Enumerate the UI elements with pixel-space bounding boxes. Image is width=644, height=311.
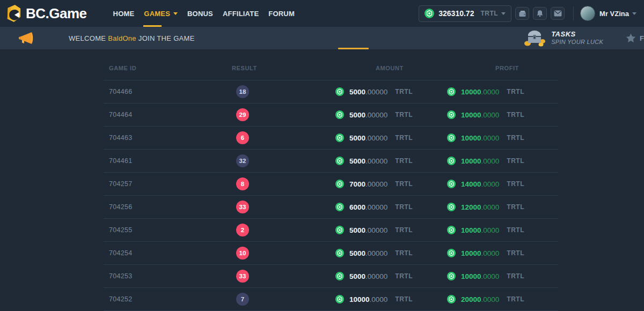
- nav-item-games[interactable]: GAMES: [139, 0, 182, 27]
- amount-currency: TRTL: [395, 88, 413, 95]
- trtl-coin-icon: [447, 272, 456, 280]
- nav-item-label: HOME: [113, 10, 135, 18]
- tasks-subtitle: SPIN YOUR LUCK: [551, 39, 603, 46]
- header-game-id: GAME ID: [104, 65, 224, 71]
- amount-currency: TRTL: [395, 180, 413, 188]
- table-row[interactable]: 704252 7 10000.0000 TRTL: [104, 288, 558, 311]
- trtl-coin-icon: [335, 157, 344, 165]
- table-row[interactable]: 704466 18 5000.00000 TRTL: [104, 80, 558, 103]
- profit-decimals: .0000: [481, 249, 500, 257]
- game-id-cell: 704463: [104, 134, 224, 142]
- table-row[interactable]: 704461 32 5000.00000 TRTL: [104, 150, 558, 173]
- trtl-coin-icon: [335, 295, 344, 303]
- trtl-coin-icon: [335, 134, 344, 142]
- profit-integer: 10000: [461, 111, 481, 119]
- trtl-coin-icon: [425, 9, 434, 18]
- amount-integer: 5000: [349, 272, 365, 280]
- messages-button[interactable]: [551, 7, 565, 20]
- amount-cell: 5000.00000 TRTL: [278, 249, 434, 257]
- nav-item-label: GAMES: [144, 10, 170, 18]
- result-cell: 33: [224, 201, 278, 213]
- amount-cell: 5000.00000 TRTL: [278, 157, 434, 165]
- main-content: GAME ID RESULT AMOUNT PROFIT 704466 18 5…: [0, 49, 644, 311]
- nav-item-affiliate[interactable]: AFFILIATE: [218, 0, 264, 27]
- wallet-icon: [518, 10, 526, 17]
- nav-item-home[interactable]: HOME: [108, 0, 140, 27]
- profit-cell: 20000.0000 TRTL: [434, 295, 558, 303]
- table-header-row: GAME ID RESULT AMOUNT PROFIT: [104, 56, 558, 80]
- trtl-coin-icon: [447, 87, 456, 96]
- amount-currency: TRTL: [395, 157, 413, 165]
- trtl-coin-icon: [335, 249, 344, 257]
- result-badge: 33: [236, 270, 249, 283]
- result-cell: 10: [224, 247, 278, 260]
- result-cell: 7: [224, 293, 278, 306]
- amount-integer: 5000: [349, 88, 365, 96]
- profit-integer: 10000: [461, 88, 481, 96]
- trtl-coin-icon: [447, 203, 456, 211]
- favorites-shortcut[interactable]: F: [626, 33, 644, 43]
- main-navigation: HOMEGAMESBONUSAFFILIATEFORUM: [108, 0, 299, 27]
- game-id-cell: 704466: [104, 88, 224, 95]
- table-row[interactable]: 704255 2 5000.00000 TRTL: [104, 219, 558, 242]
- nav-item-bonus[interactable]: BONUS: [182, 0, 218, 27]
- result-badge: 7: [236, 293, 249, 306]
- balance-selector[interactable]: 326310.72 TRTL: [419, 5, 511, 22]
- profit-decimals: .0000: [481, 157, 500, 165]
- profit-integer: 10000: [461, 226, 481, 234]
- trtl-coin-icon: [335, 272, 344, 280]
- profit-currency: TRTL: [507, 203, 524, 211]
- trtl-coin-icon: [335, 203, 344, 211]
- notifications-button[interactable]: [533, 7, 547, 20]
- trtl-coin-icon: [447, 249, 456, 257]
- header-result: RESULT: [224, 65, 278, 71]
- result-badge: 2: [236, 224, 249, 236]
- tasks-labels: TASKS SPIN YOUR LUCK: [551, 30, 603, 46]
- profit-cell: 12000.0000 TRTL: [434, 203, 558, 211]
- welcome-username[interactable]: BaldOne: [108, 34, 136, 42]
- trtl-coin-icon: [447, 110, 456, 119]
- profit-currency: TRTL: [507, 134, 524, 142]
- table-row[interactable]: 704253 33 5000.00000 TRTL: [104, 265, 558, 288]
- amount-integer: 5000: [349, 111, 365, 119]
- megaphone-icon: [18, 31, 34, 45]
- table-row[interactable]: 704257 8 7000.00000 TRTL: [104, 173, 558, 196]
- user-menu[interactable]: Mr VZina: [580, 6, 636, 21]
- treasure-chest-icon: [523, 29, 546, 47]
- table-row[interactable]: 704464 29 5000.00000 TRTL: [104, 103, 558, 127]
- amount-decimals: .00000: [365, 249, 387, 257]
- profit-integer: 10000: [461, 157, 481, 165]
- result-badge: 6: [236, 131, 249, 144]
- result-cell: 6: [224, 131, 278, 144]
- wallet-button[interactable]: [515, 7, 529, 20]
- result-cell: 29: [224, 108, 278, 121]
- game-id-cell: 704254: [104, 249, 224, 257]
- profit-currency: TRTL: [507, 88, 524, 95]
- trtl-coin-icon: [447, 134, 456, 142]
- profit-decimals: .0000: [481, 226, 500, 234]
- amount-decimals: .00000: [365, 157, 387, 165]
- profit-decimals: .0000: [481, 111, 500, 119]
- table-row[interactable]: 704256 33 6000.00000 TRTL: [104, 196, 558, 219]
- profit-currency: TRTL: [507, 226, 524, 234]
- amount-decimals: .00000: [365, 111, 387, 119]
- tasks-shortcut[interactable]: TASKS SPIN YOUR LUCK: [523, 29, 603, 47]
- game-id-cell: 704257: [104, 180, 224, 188]
- brand[interactable]: BC.Game: [5, 4, 87, 23]
- game-id-cell: 704464: [104, 111, 224, 119]
- amount-decimals: .00000: [365, 272, 387, 280]
- profit-integer: 20000: [461, 295, 481, 303]
- profit-cell: 10000.0000 TRTL: [434, 157, 558, 165]
- header-amount: AMOUNT: [278, 65, 434, 71]
- profit-integer: 10000: [461, 272, 481, 280]
- table-row[interactable]: 704463 6 5000.00000 TRTL: [104, 127, 558, 150]
- trtl-coin-icon: [447, 226, 456, 234]
- amount-integer: 5000: [349, 226, 365, 234]
- amount-decimals: .00000: [365, 180, 387, 188]
- star-icon: [626, 33, 636, 43]
- amount-cell: 7000.00000 TRTL: [278, 180, 434, 188]
- welcome-suffix: JOIN THE GAME: [138, 34, 195, 42]
- table-row[interactable]: 704254 10 5000.00000 TRTL: [104, 242, 558, 265]
- amount-integer: 7000: [349, 180, 365, 188]
- nav-item-forum[interactable]: FORUM: [264, 0, 299, 27]
